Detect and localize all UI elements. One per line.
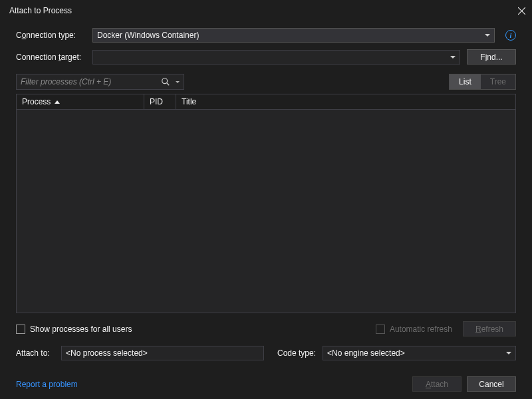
list-view-button[interactable]: List <box>450 74 481 89</box>
column-header-pid[interactable]: PID <box>144 94 176 109</box>
connection-target-row: Connection target: Find... <box>16 49 516 65</box>
connection-target-label: Connection target: <box>16 53 86 62</box>
filter-placeholder: Filter processes (Ctrl + E) <box>21 77 161 86</box>
attach-button: Attach <box>412 376 462 392</box>
connection-type-select[interactable]: Docker (Windows Container) <box>92 28 495 43</box>
code-type-value: <No engine selected> <box>327 348 405 358</box>
chevron-down-icon[interactable] <box>176 81 180 83</box>
cancel-button[interactable]: Cancel <box>467 376 516 392</box>
search-icon <box>161 77 170 86</box>
window-title: Attach to Process <box>9 6 72 15</box>
view-mode-group: List Tree <box>449 74 516 90</box>
table-header-row: Process PID Title <box>17 94 515 110</box>
table-body <box>17 110 515 313</box>
checkbox-icon <box>16 325 25 334</box>
connection-type-value: Docker (Windows Container) <box>97 31 199 40</box>
code-type-select[interactable]: <No engine selected> <box>323 346 516 360</box>
close-button[interactable] <box>513 3 529 19</box>
svg-line-1 <box>167 83 170 86</box>
chevron-down-icon <box>450 56 456 59</box>
auto-refresh-checkbox: Automatic refresh <box>376 325 452 334</box>
title-bar: Attach to Process <box>0 0 532 21</box>
chevron-down-icon <box>506 352 511 354</box>
attach-to-label: Attach to: <box>16 348 55 358</box>
sort-ascending-icon <box>55 100 60 104</box>
process-table: Process PID Title <box>16 94 516 313</box>
show-all-users-label: Show processes for all users <box>30 325 132 334</box>
chevron-down-icon <box>485 34 490 37</box>
column-header-process[interactable]: Process <box>17 94 144 109</box>
close-icon <box>518 7 525 15</box>
tree-view-button[interactable]: Tree <box>481 74 515 89</box>
attach-to-field: <No process selected> <box>61 346 264 360</box>
connection-type-label: Connection type: <box>16 31 86 40</box>
refresh-button: Refresh <box>463 321 516 336</box>
find-button[interactable]: Find... <box>467 49 516 65</box>
svg-point-0 <box>162 78 168 84</box>
show-all-users-checkbox[interactable]: Show processes for all users <box>16 325 132 334</box>
code-type-label: Code type: <box>277 348 316 358</box>
column-header-title[interactable]: Title <box>176 94 515 109</box>
filter-input[interactable]: Filter processes (Ctrl + E) <box>16 74 184 90</box>
info-icon[interactable]: i <box>505 30 516 41</box>
connection-target-select[interactable] <box>92 50 460 65</box>
report-problem-link[interactable]: Report a problem <box>16 380 78 389</box>
auto-refresh-label: Automatic refresh <box>390 325 452 334</box>
checkbox-icon <box>376 325 385 334</box>
connection-type-row: Connection type: Docker (Windows Contain… <box>16 28 516 43</box>
